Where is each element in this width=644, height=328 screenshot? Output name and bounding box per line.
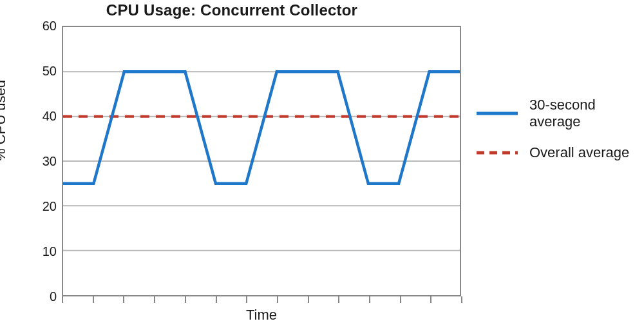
x-tick bbox=[62, 296, 63, 303]
x-tick bbox=[461, 296, 462, 303]
x-tick bbox=[93, 296, 94, 303]
legend: 30-second average Overall average bbox=[477, 97, 644, 175]
series-30s-average bbox=[63, 72, 460, 183]
y-tick-label: 20 bbox=[5, 199, 57, 214]
y-tick-label: 40 bbox=[5, 109, 57, 124]
x-tick bbox=[216, 296, 217, 303]
x-tick bbox=[369, 296, 370, 303]
x-tick bbox=[277, 296, 278, 303]
legend-item-30s: 30-second average bbox=[477, 97, 644, 130]
x-tick bbox=[400, 296, 401, 303]
x-tick bbox=[154, 296, 155, 303]
x-tick bbox=[430, 296, 431, 303]
y-tick-label: 60 bbox=[5, 19, 57, 34]
chart-container: CPU Usage: Concurrent Collector 60 50 40… bbox=[0, 0, 644, 328]
y-axis-title: % CPU used bbox=[0, 80, 9, 161]
legend-label: 30-second average bbox=[529, 97, 644, 130]
legend-label: Overall average bbox=[529, 144, 629, 161]
legend-swatch-solid-icon bbox=[477, 106, 518, 121]
plot-svg bbox=[63, 27, 460, 295]
legend-item-overall: Overall average bbox=[477, 144, 644, 161]
gridlines bbox=[63, 72, 460, 250]
plot-area bbox=[62, 26, 461, 296]
legend-swatch-dashed-icon bbox=[477, 145, 518, 160]
x-tick bbox=[185, 296, 186, 303]
y-tick-label: 0 bbox=[5, 289, 57, 304]
x-tick bbox=[338, 296, 339, 303]
x-tick bbox=[123, 296, 124, 303]
x-tick bbox=[246, 296, 247, 303]
y-tick-label: 50 bbox=[5, 64, 57, 79]
y-tick-label: 30 bbox=[5, 154, 57, 169]
y-tick-label: 10 bbox=[5, 244, 57, 259]
x-tick bbox=[308, 296, 309, 303]
chart-title: CPU Usage: Concurrent Collector bbox=[0, 1, 464, 19]
x-axis-title: Time bbox=[62, 307, 461, 323]
